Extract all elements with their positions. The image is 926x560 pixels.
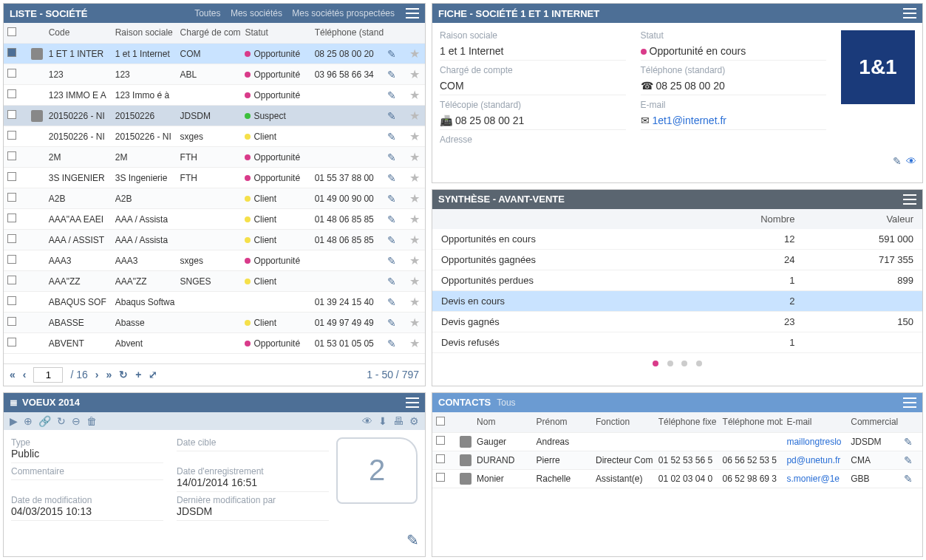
row-checkbox[interactable] bbox=[7, 69, 16, 78]
table-row[interactable]: 1 ET 1 INTER1 et 1 InternetCOMOpportunit… bbox=[4, 44, 425, 64]
col-tel[interactable]: Téléphone (standard) bbox=[311, 23, 384, 44]
row-checkbox[interactable] bbox=[436, 454, 445, 463]
row-checkbox[interactable] bbox=[7, 255, 16, 264]
col-statut[interactable]: Statut bbox=[241, 23, 310, 44]
star-icon[interactable]: ★ bbox=[409, 109, 420, 122]
star-icon[interactable]: ★ bbox=[409, 213, 420, 225]
row-checkbox[interactable] bbox=[7, 110, 16, 119]
col-telfixe[interactable]: Téléphone fixe bbox=[655, 412, 719, 433]
hamburger-icon[interactable] bbox=[903, 194, 916, 205]
edit-icon[interactable]: ✎ bbox=[387, 48, 396, 60]
table-row[interactable]: GaugerAndreasmaillongtresloJDSDM✎ bbox=[432, 432, 922, 451]
star-icon[interactable]: ★ bbox=[409, 296, 420, 308]
dot-4[interactable] bbox=[696, 361, 702, 366]
tab-toutes[interactable]: Toutes bbox=[194, 8, 220, 18]
row-checkbox[interactable] bbox=[7, 276, 16, 284]
table-row[interactable]: Opportunités gagnées24717 355 bbox=[432, 249, 922, 270]
table-row[interactable]: 20150226 - NI20150226 - NIsxgesClient✎★ bbox=[4, 126, 425, 147]
prev-page-icon[interactable]: ‹ bbox=[23, 369, 27, 380]
row-checkbox[interactable] bbox=[436, 436, 445, 445]
row-checkbox[interactable] bbox=[7, 296, 16, 305]
row-checkbox[interactable] bbox=[7, 193, 16, 202]
table-row[interactable]: AAA3AAA3sxgesOpportunité✎★ bbox=[4, 250, 425, 271]
col-raison[interactable]: Raison sociale↑ bbox=[112, 23, 177, 44]
edit-icon[interactable]: ✎ bbox=[387, 131, 396, 143]
download-icon[interactable]: ⬇ bbox=[378, 415, 387, 427]
star-icon[interactable]: ★ bbox=[409, 89, 420, 101]
star-icon[interactable]: ★ bbox=[409, 337, 420, 349]
table-row[interactable]: AAA"AA EAEIAAA / AssistaClient01 48 06 8… bbox=[4, 209, 425, 230]
table-row[interactable]: 3S INGENIER3S IngenierieFTHOpportunité01… bbox=[4, 168, 425, 188]
star-icon[interactable]: ★ bbox=[409, 192, 420, 205]
plus-circle-icon[interactable]: ⊕ bbox=[24, 415, 33, 427]
edit-icon[interactable]: ✎ bbox=[387, 110, 396, 122]
edit-icon[interactable]: ✎ bbox=[387, 234, 396, 246]
table-row[interactable]: Opportunités perdues1899 bbox=[432, 270, 922, 290]
hamburger-icon[interactable] bbox=[903, 8, 916, 18]
refresh-icon[interactable]: ↻ bbox=[119, 369, 128, 380]
star-icon[interactable]: ★ bbox=[409, 316, 420, 329]
edit-icon[interactable]: ✎ bbox=[387, 89, 396, 101]
edit-icon[interactable]: ✎ bbox=[387, 151, 396, 163]
table-row[interactable]: Devis gagnés23150 bbox=[432, 311, 922, 332]
email-link[interactable]: pd@unetun.fr bbox=[786, 455, 840, 465]
star-icon[interactable]: ★ bbox=[409, 151, 420, 163]
hamburger-icon[interactable] bbox=[406, 8, 419, 18]
col-telmob[interactable]: Téléphone mobile bbox=[719, 412, 783, 433]
table-row[interactable]: ABAQUS SOFAbaqus Softwa01 39 24 15 40✎★ bbox=[4, 292, 425, 313]
dot-3[interactable] bbox=[681, 361, 687, 366]
table-row[interactable]: DURANDPierreDirecteur Com01 52 53 56 506… bbox=[432, 451, 922, 469]
edit-icon[interactable]: ✎ bbox=[893, 155, 902, 167]
table-row[interactable]: AAA"ZZAAA"ZZSNGESClient✎★ bbox=[4, 271, 425, 292]
star-icon[interactable]: ★ bbox=[409, 275, 420, 287]
page-input[interactable] bbox=[33, 367, 63, 383]
star-icon[interactable]: ★ bbox=[409, 68, 420, 81]
col-prenom[interactable]: Prénom bbox=[533, 412, 592, 433]
table-row[interactable]: MonierRachelleAssistant(e)01 02 03 04 00… bbox=[432, 469, 922, 488]
table-row[interactable]: Devis refusés1 bbox=[432, 332, 922, 352]
star-icon[interactable]: ★ bbox=[409, 171, 420, 184]
star-icon[interactable]: ★ bbox=[409, 130, 420, 143]
tab-mes-societes[interactable]: Mes sociétés bbox=[231, 8, 282, 18]
sync-icon[interactable]: ↻ bbox=[57, 415, 66, 427]
row-checkbox[interactable] bbox=[7, 89, 16, 98]
edit-icon[interactable]: ✎ bbox=[387, 172, 396, 184]
col-commercial[interactable]: Commercial bbox=[847, 412, 900, 433]
print-icon[interactable]: 🖶 bbox=[393, 415, 404, 427]
col-charge[interactable]: Chargé de compte bbox=[177, 23, 242, 44]
last-page-icon[interactable]: » bbox=[106, 369, 112, 380]
edit-icon[interactable]: ✎ bbox=[387, 255, 396, 267]
eye-icon[interactable]: 👁 bbox=[906, 155, 916, 167]
edit-icon[interactable]: ✎ bbox=[406, 531, 419, 549]
first-page-icon[interactable]: « bbox=[10, 369, 16, 380]
select-all-checkbox[interactable] bbox=[7, 27, 16, 36]
email-link[interactable]: 1et1@internet.fr bbox=[652, 115, 726, 126]
edit-icon[interactable]: ✎ bbox=[904, 473, 913, 485]
play-icon[interactable]: ▶ bbox=[10, 415, 18, 427]
table-row[interactable]: 123 IMMO E A123 Immo é àOpportunité✎★ bbox=[4, 85, 425, 106]
col-email[interactable]: E-mail bbox=[783, 412, 847, 433]
eye-icon[interactable]: 👁 bbox=[362, 415, 372, 427]
trash-icon[interactable]: 🗑 bbox=[86, 415, 97, 427]
email-link[interactable]: maillongtreslo bbox=[786, 437, 841, 447]
gear-icon[interactable]: ⚙ bbox=[409, 415, 419, 427]
row-checkbox[interactable] bbox=[436, 473, 445, 482]
edit-icon[interactable]: ✎ bbox=[904, 436, 913, 448]
table-row[interactable]: 20150226 - NI20150226JDSDMSuspect✎★ bbox=[4, 106, 425, 126]
edit-icon[interactable]: ✎ bbox=[387, 214, 396, 225]
expand-icon[interactable]: ⤢ bbox=[149, 369, 157, 380]
add-icon[interactable]: + bbox=[135, 369, 141, 380]
col-fonction[interactable]: Fonction bbox=[592, 412, 655, 433]
table-row[interactable]: A2BA2BClient01 49 00 90 00✎★ bbox=[4, 188, 425, 209]
star-icon[interactable]: ★ bbox=[409, 47, 420, 60]
row-checkbox[interactable] bbox=[7, 214, 16, 222]
edit-icon[interactable]: ✎ bbox=[387, 317, 396, 329]
link-icon[interactable]: 🔗 bbox=[38, 415, 51, 427]
row-checkbox[interactable] bbox=[7, 234, 16, 243]
email-link[interactable]: s.monier@1e bbox=[786, 474, 840, 484]
tab-mes-societes-prospectees[interactable]: Mes sociétés prospectées bbox=[292, 8, 395, 18]
dot-1[interactable] bbox=[653, 361, 658, 366]
hamburger-icon[interactable] bbox=[903, 397, 916, 408]
hamburger-icon[interactable] bbox=[406, 397, 419, 408]
table-row[interactable]: AAA / ASSISTAAA / AssistaClient01 48 06 … bbox=[4, 230, 425, 250]
